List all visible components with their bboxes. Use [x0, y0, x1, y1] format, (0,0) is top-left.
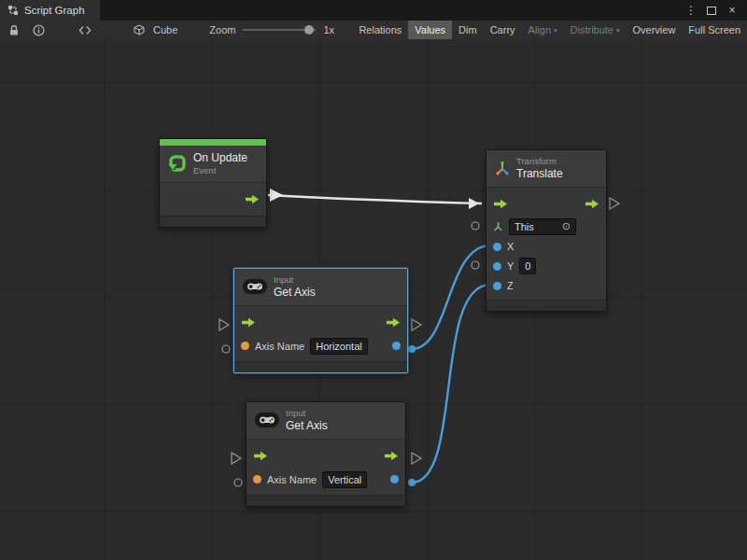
node-titles: Input Get Axis — [286, 408, 328, 433]
flow-input-port[interactable] — [253, 451, 268, 461]
node-titles: Input Get Axis — [274, 274, 316, 300]
tab-script-graph[interactable]: Script Graph — [0, 0, 100, 21]
node-titles: On Update Event — [193, 151, 247, 176]
chevron-down-icon: ▾ — [554, 27, 557, 34]
node-get-axis-horizontal[interactable]: Input Get Axis Axis Name Horizontal — [233, 268, 408, 373]
value-output-port[interactable] — [392, 342, 401, 350]
info-icon[interactable] — [28, 21, 49, 39]
graph-canvas[interactable]: On Update Event — [0, 39, 747, 560]
node-subtitle: Input — [274, 274, 316, 286]
object-picker-icon[interactable]: ⊙ — [562, 220, 571, 232]
toolbar-button-distribute[interactable]: Distribute ▾ — [564, 21, 627, 39]
flow-output-port[interactable] — [245, 194, 260, 204]
node-header: Transform Translate — [486, 150, 606, 188]
axis-name-label: Axis Name — [267, 474, 317, 485]
node-footer — [247, 495, 405, 506]
window-close-icon[interactable]: × — [725, 3, 740, 18]
node-header: Input Get Axis — [234, 269, 407, 306]
toolbar-button-dim[interactable]: Dim — [452, 21, 484, 39]
flow-row — [486, 191, 606, 217]
axis-name-label: Axis Name — [255, 341, 304, 352]
node-title: Translate — [516, 167, 563, 181]
x-input-port[interactable] — [493, 243, 501, 251]
value-port-indicator — [234, 479, 242, 486]
wire-onupdate-to-translate[interactable] — [268, 195, 482, 203]
node-body — [160, 183, 266, 216]
axis-name-field[interactable]: Horizontal — [310, 338, 368, 355]
node-title: Get Axis — [286, 419, 328, 433]
node-header: On Update Event — [160, 146, 266, 183]
flow-port-indicator — [610, 198, 619, 209]
node-body: This ⊙ X Y 0 Z — [486, 188, 606, 300]
title-bar: Script Graph ⋮ × — [0, 0, 747, 21]
zoom-slider-handle[interactable] — [304, 25, 314, 35]
this-value: This — [514, 221, 534, 232]
code-icon[interactable] — [75, 21, 95, 39]
node-body: Axis Name Horizontal — [234, 306, 407, 361]
gamepad-icon — [243, 279, 267, 294]
event-accent-bar — [160, 139, 266, 146]
axis-name-input-port[interactable] — [241, 342, 249, 350]
y-value-field[interactable]: 0 — [519, 258, 536, 274]
axis-name-field[interactable]: Vertical — [322, 471, 367, 488]
chevron-down-icon: ▾ — [616, 27, 620, 34]
window-maximize-icon[interactable] — [704, 3, 719, 18]
wire-horizontal-to-x[interactable] — [412, 245, 490, 349]
node-title: On Update — [193, 151, 247, 165]
value-port-indicator — [222, 345, 230, 353]
toolbar-button-values[interactable]: Values — [408, 21, 452, 39]
toolbar-button-fullscreen[interactable]: Full Screen — [682, 21, 747, 39]
lock-icon[interactable] — [4, 21, 24, 39]
param-row: Axis Name Vertical — [247, 469, 405, 491]
window-menu-icon[interactable]: ⋮ — [684, 3, 698, 18]
node-subtitle: Transform — [516, 156, 563, 167]
y-input-port[interactable] — [493, 262, 501, 271]
script-graph-icon — [7, 5, 19, 16]
gamepad-icon — [255, 413, 279, 427]
toolbar-button-carry[interactable]: Carry — [484, 21, 522, 39]
node-title: Get Axis — [274, 286, 316, 300]
flow-input-port[interactable] — [493, 199, 508, 209]
node-on-update[interactable]: On Update Event — [159, 138, 267, 228]
value-port-indicator — [472, 222, 479, 230]
tab-title: Script Graph — [24, 5, 85, 16]
graph-target-label: Cube — [149, 24, 181, 35]
flow-row — [160, 187, 266, 212]
node-footer — [234, 361, 407, 372]
window-controls: ⋮ × — [684, 0, 747, 21]
toolbar-button-align[interactable]: Align ▾ — [522, 21, 564, 39]
wire-vertical-to-z[interactable] — [412, 285, 490, 483]
zoom-slider[interactable] — [243, 29, 316, 31]
port-row-z: Z — [486, 276, 606, 296]
flow-output-port[interactable] — [386, 317, 401, 328]
flow-input-port[interactable] — [241, 317, 256, 328]
flow-port-indicator — [412, 453, 421, 464]
z-port-label: Z — [507, 280, 514, 291]
port-row-y: Y 0 — [486, 257, 606, 276]
z-input-port[interactable] — [493, 282, 501, 290]
transform-mini-icon — [493, 221, 503, 231]
toolbar-button-relations[interactable]: Relations — [352, 21, 408, 39]
transform-icon — [495, 161, 510, 175]
y-port-label: Y — [507, 260, 514, 272]
flow-port-indicator — [232, 453, 241, 464]
node-body: Axis Name Vertical — [247, 440, 405, 495]
this-row: This ⊙ — [486, 217, 606, 237]
axis-name-input-port[interactable] — [253, 475, 261, 483]
loop-arrow-icon — [168, 154, 187, 173]
node-footer — [160, 216, 266, 227]
flow-port-indicator — [219, 319, 229, 330]
flow-output-port[interactable] — [585, 199, 599, 209]
node-translate[interactable]: Transform Translate — [486, 149, 607, 312]
node-get-axis-vertical[interactable]: Input Get Axis Axis Name Vertical — [246, 401, 406, 507]
value-port-indicator — [472, 261, 479, 269]
this-field[interactable]: This ⊙ — [509, 218, 576, 235]
distribute-label: Distribute — [571, 24, 613, 35]
graph-toolbar: Cube Zoom 1x Relations Values Dim Carry … — [0, 21, 747, 40]
node-titles: Transform Translate — [516, 156, 563, 181]
value-output-port[interactable] — [390, 475, 399, 483]
flow-output-port[interactable] — [384, 451, 399, 461]
node-subtitle: Event — [193, 165, 247, 176]
x-port-label: X — [507, 241, 514, 252]
toolbar-button-overview[interactable]: Overview — [627, 21, 683, 39]
